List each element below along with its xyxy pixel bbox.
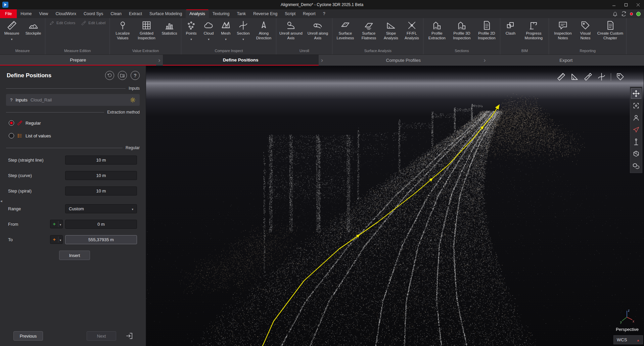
help-button[interactable]: ? [131,71,140,80]
axis-gizmo: z y x [619,308,635,325]
visibility-toggle-button[interactable] [130,97,136,103]
file-menu-button[interactable]: File [0,9,17,18]
statistics-button[interactable]: Statistics [158,18,180,48]
sync-updates-icon[interactable] [621,11,627,16]
measure-quick-icon[interactable] [597,73,606,81]
label-tool-icon[interactable] [616,73,625,81]
from-point-picker[interactable]: + [50,220,63,228]
range-dropdown[interactable]: Custom [65,204,137,213]
unroll-around-axis-button[interactable]: Unroll around Axis [277,18,304,48]
radio-button-regular[interactable] [9,120,14,126]
wizard-step-define-positions[interactable]: Define Positions [163,55,319,66]
first-person-view-button[interactable] [631,113,641,123]
tab-extract[interactable]: Extract [125,9,146,18]
slope-icon [386,20,396,30]
exit-wizard-button[interactable] [126,332,133,340]
step-spiral-input[interactable]: 10 m [65,186,137,196]
to-label: To [8,237,50,242]
measure-angle-icon[interactable] [570,73,579,81]
tab-tank[interactable]: Tank [233,9,249,18]
title-bar: Alignment_Demo* - Cyclone 3DR 2025.1 Bet… [0,0,644,9]
app-logo-icon [2,2,8,8]
tab-home[interactable]: Home [17,9,35,18]
insert-button[interactable]: Insert [59,251,90,260]
inspection-notes-button[interactable]: Inspection Notes [550,18,576,48]
tab-script[interactable]: Script [281,9,299,18]
localize-values-button[interactable]: Localize Values [111,18,134,48]
zoom-target-button[interactable] [631,101,641,111]
cube-icon [633,150,640,158]
tab-analysis[interactable]: Analysis [186,9,209,18]
group-label-reporting: Reporting [550,48,625,54]
step-straight-input[interactable]: 10 m [65,156,137,165]
surface-levelness-button[interactable]: Surface Levelness [333,18,357,48]
pole-elevation-button[interactable] [631,137,641,147]
unroll-along-axis-button[interactable]: Unroll along Axis [304,18,331,48]
tab-texturing[interactable]: Texturing [209,9,233,18]
radio-button-list-of-values[interactable] [9,133,14,138]
profile-extraction-icon [432,20,442,30]
edit-colors-button[interactable]: Edit Colors [46,18,78,27]
step-curve-input[interactable]: 10 m [65,171,137,180]
panel-collapse-handle[interactable] [0,199,2,203]
close-button[interactable] [632,0,644,9]
points-icon [186,20,196,30]
person-icon [633,114,640,121]
radio-option-list-of-values[interactable]: List of values [9,133,137,138]
clash-button[interactable]: Clash [501,18,519,48]
maximize-button[interactable] [620,0,632,9]
visual-notes-button[interactable]: Visual Notes [576,18,595,48]
profile-extraction-button[interactable]: Profile Extraction [424,18,449,48]
point-cloud-scene[interactable] [146,66,644,346]
multi-view-button[interactable] [631,161,641,171]
wizard-step-export[interactable]: Export [488,55,644,66]
fly-mode-button[interactable] [631,125,641,135]
wizard-step-prepare[interactable]: Prepare [0,55,156,66]
notifications-bell-icon[interactable] [612,11,618,16]
tab-coord-sys[interactable]: Coord Sys [80,9,107,18]
tab-clean[interactable]: Clean [107,9,125,18]
tab-report[interactable]: Report [299,9,319,18]
wizard-step-compute-profiles[interactable]: Compute Profiles [325,55,481,66]
reset-history-button[interactable] [105,71,114,80]
to-point-picker[interactable]: + [50,235,63,244]
fffl-analysis-button[interactable]: FF/FL Analysis [401,18,422,48]
measure-annotate-icon[interactable] [584,73,592,81]
minimize-button[interactable] [608,0,620,9]
progress-monitoring-button[interactable]: Progress Monitoring [519,18,548,48]
compare-mesh-button[interactable]: Mesh [217,18,234,48]
measure-button[interactable]: Measure [1,18,22,48]
open-results-button[interactable] [118,71,127,80]
tab-cloudworx[interactable]: CloudWorx [52,9,80,18]
next-button[interactable]: Next [87,331,116,341]
surface-flatness-button[interactable]: Surface Flatness [357,18,380,48]
profile-2d-inspection-button[interactable]: Profile 2D Inspection [474,18,499,48]
fffl-icon [407,20,417,30]
create-custom-chapter-button[interactable]: Create Custom Chapter [595,18,625,48]
to-input[interactable]: 555,37935 m [65,235,137,244]
orbit-tool-button[interactable] [631,89,641,98]
view-cube-button[interactable] [631,149,641,159]
tab-reverse-eng[interactable]: Reverse Eng [249,9,281,18]
gridded-inspection-button[interactable]: Gridded Inspection [134,18,158,48]
compare-points-button[interactable]: Points [182,18,200,48]
radio-option-regular[interactable]: Regular [9,120,137,126]
profile-3d-inspection-button[interactable]: Profile 3D Inspection [449,18,474,48]
slope-analysis-button[interactable]: Slope Analysis [380,18,401,48]
compare-section-button[interactable]: Section [234,18,252,48]
measure-distance-icon[interactable] [557,73,565,81]
surface-flatness-icon [364,20,374,30]
dropdown-caret-icon [225,37,227,41]
compare-cloud-button[interactable]: Cloud [200,18,217,48]
inputs-row[interactable]: ? Inputs Cloud_Rail [6,94,140,106]
tab-help[interactable]: ? [319,9,329,18]
orange-plus-icon: + [50,237,58,242]
wcs-selector[interactable]: WCS [613,335,643,344]
tab-view[interactable]: View [36,9,52,18]
stockpile-button[interactable]: Stockpile [22,18,44,48]
tab-surface-modeling[interactable]: Surface Modeling [146,9,186,18]
along-direction-button[interactable]: Along Direction [252,18,275,48]
edit-label-button[interactable]: Edit Label [78,18,108,27]
previous-button[interactable]: Previous [13,331,43,341]
from-input[interactable]: 0 m [65,220,137,229]
